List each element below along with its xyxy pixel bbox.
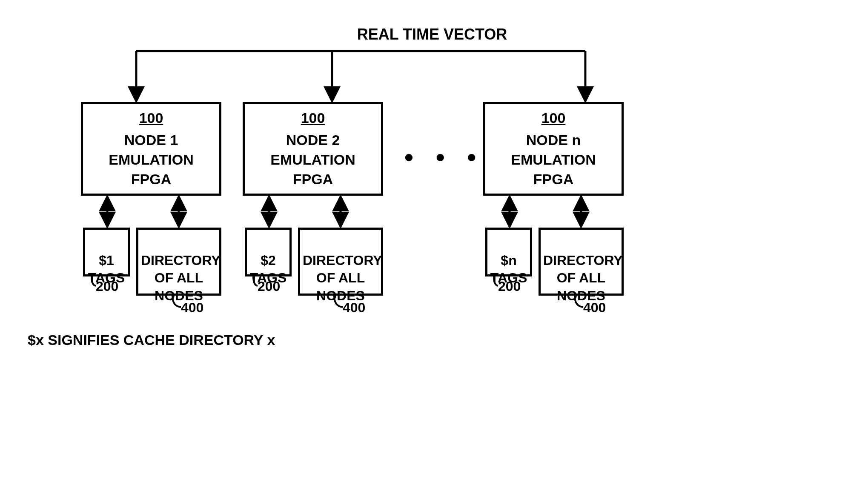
dir-2-box: DIRECTORY OF ALL NODES xyxy=(298,228,383,296)
diagram-title: REAL TIME VECTOR xyxy=(357,26,507,43)
dir-1-text: DIRECTORY OF ALL NODES xyxy=(141,253,221,303)
tags-1-ref: 200 xyxy=(96,279,118,294)
dir-2-text: DIRECTORY OF ALL NODES xyxy=(303,253,382,303)
node-2-box: 100 NODE 2 EMULATION FPGA xyxy=(243,102,383,196)
tags-2-box: $2 TAGS xyxy=(245,228,292,276)
node-1-box: 100 NODE 1 EMULATION FPGA xyxy=(81,102,221,196)
node-2-body: NODE 2 EMULATION FPGA xyxy=(270,132,355,187)
node-1-ref: 100 xyxy=(85,108,217,128)
footnote: $x SIGNIFIES CACHE DIRECTORY x xyxy=(28,332,275,348)
tags-2-ref: 200 xyxy=(258,279,280,294)
diagram-root: REAL TIME VECTOR 100 NODE 1 EMULATION FP… xyxy=(17,17,847,476)
dir-1-box: DIRECTORY OF ALL NODES xyxy=(136,228,221,296)
dir-n-box: DIRECTORY OF ALL NODES xyxy=(539,228,624,296)
tags-n-box: $n TAGS xyxy=(485,228,532,276)
node-2-ref: 100 xyxy=(247,108,379,128)
node-1-body: NODE 1 EMULATION FPGA xyxy=(109,132,194,187)
ellipsis-icon: • • • xyxy=(404,142,484,172)
dir-1-ref: 400 xyxy=(181,300,203,316)
node-n-body: NODE n EMULATION FPGA xyxy=(511,132,596,187)
dir-n-ref: 400 xyxy=(583,300,606,316)
dir-n-text: DIRECTORY OF ALL NODES xyxy=(543,253,623,303)
node-n-ref: 100 xyxy=(487,108,619,128)
tags-n-ref: 200 xyxy=(498,279,521,294)
dir-2-ref: 400 xyxy=(343,300,365,316)
tags-1-box: $1 TAGS xyxy=(83,228,130,276)
node-n-box: 100 NODE n EMULATION FPGA xyxy=(483,102,624,196)
